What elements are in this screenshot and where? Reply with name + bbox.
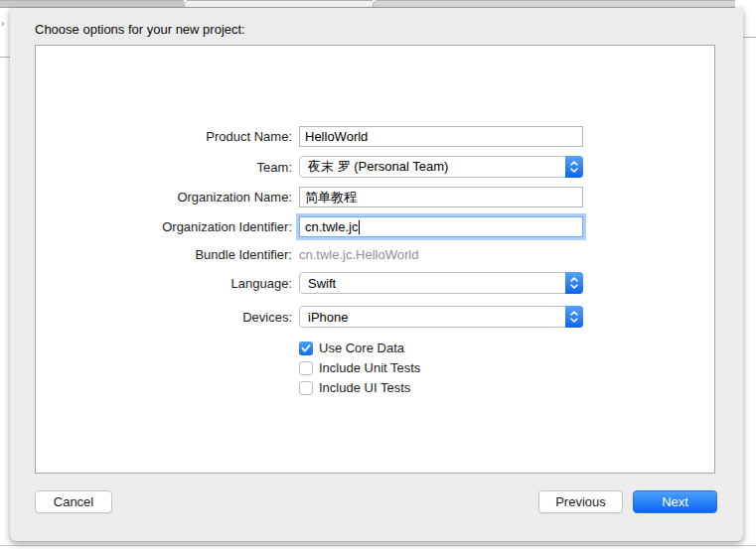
options-form-panel: Product Name: HelloWorld Team: 夜末 罗 (Per… <box>35 45 715 474</box>
bundle-identifier-label: Bundle Identifier: <box>36 247 292 262</box>
organization-name-row: Organization Name: 简单教程 <box>36 187 714 207</box>
product-name-label: Product Name: <box>36 129 292 144</box>
use-core-data-label: Use Core Data <box>319 341 404 355</box>
divider <box>0 545 756 546</box>
cancel-button[interactable]: Cancel <box>35 490 112 513</box>
divider <box>743 37 756 38</box>
language-selected-value: Swift <box>308 276 336 291</box>
include-ui-tests-label: Include UI Tests <box>319 380 410 395</box>
screen: › Choose options for your new project: P… <box>0 0 756 549</box>
organization-identifier-row: Organization Identifier: cn.twle.jc <box>36 216 714 237</box>
devices-select[interactable]: iPhone <box>299 306 583 328</box>
language-label: Language: <box>36 276 292 291</box>
bundle-identifier-value: cn.twle.jc.HelloWorld <box>299 247 418 262</box>
new-project-options-sheet: Choose options for your new project: Pro… <box>10 8 743 541</box>
language-select[interactable]: Swift <box>299 272 583 294</box>
previous-button[interactable]: Previous <box>538 490 623 513</box>
divider <box>0 57 10 58</box>
team-row: Team: 夜末 罗 (Personal Team) <box>36 156 714 178</box>
team-selected-value: 夜末 罗 (Personal Team) <box>308 158 448 176</box>
devices-selected-value: iPhone <box>308 310 348 325</box>
product-name-value: HelloWorld <box>305 129 368 144</box>
organization-identifier-label: Organization Identifier: <box>36 219 292 234</box>
product-name-field[interactable]: HelloWorld <box>299 126 583 147</box>
include-unit-tests-checkbox[interactable] <box>299 361 313 375</box>
toolbar-segment <box>0 0 184 8</box>
include-unit-tests-label: Include Unit Tests <box>319 360 420 375</box>
bundle-identifier-row: Bundle Identifier: cn.twle.jc.HelloWorld <box>36 244 714 265</box>
toolbar-segment <box>373 0 735 8</box>
toolbar-segment <box>184 0 373 8</box>
next-button[interactable]: Next <box>633 490 717 513</box>
organization-identifier-value: cn.twle.jc <box>305 219 358 234</box>
include-unit-tests-checkbox-row[interactable]: Include Unit Tests <box>299 360 420 375</box>
chevron-up-down-icon <box>565 272 583 294</box>
team-label: Team: <box>36 160 292 175</box>
team-select[interactable]: 夜末 罗 (Personal Team) <box>299 156 583 178</box>
devices-row: Devices: iPhone <box>36 306 714 328</box>
language-row: Language: Swift <box>36 272 714 294</box>
text-cursor <box>359 220 360 234</box>
product-name-row: Product Name: HelloWorld <box>36 126 714 147</box>
include-ui-tests-checkbox[interactable] <box>299 381 313 395</box>
organization-name-label: Organization Name: <box>36 190 292 205</box>
sheet-title: Choose options for your new project: <box>35 22 245 37</box>
background-window-toolbar-sliver <box>0 0 735 8</box>
chevron-up-down-icon <box>565 306 583 328</box>
organization-identifier-field[interactable]: cn.twle.jc <box>299 216 583 237</box>
check-icon <box>301 343 311 353</box>
chevron-up-down-icon <box>565 156 583 178</box>
devices-label: Devices: <box>36 310 292 325</box>
organization-name-value: 简单教程 <box>305 189 357 206</box>
chevron-right-icon: › <box>1 17 5 29</box>
use-core-data-checkbox[interactable] <box>299 342 313 355</box>
include-ui-tests-checkbox-row[interactable]: Include UI Tests <box>299 380 410 395</box>
organization-name-field[interactable]: 简单教程 <box>299 187 583 207</box>
use-core-data-checkbox-row[interactable]: Use Core Data <box>299 341 404 355</box>
